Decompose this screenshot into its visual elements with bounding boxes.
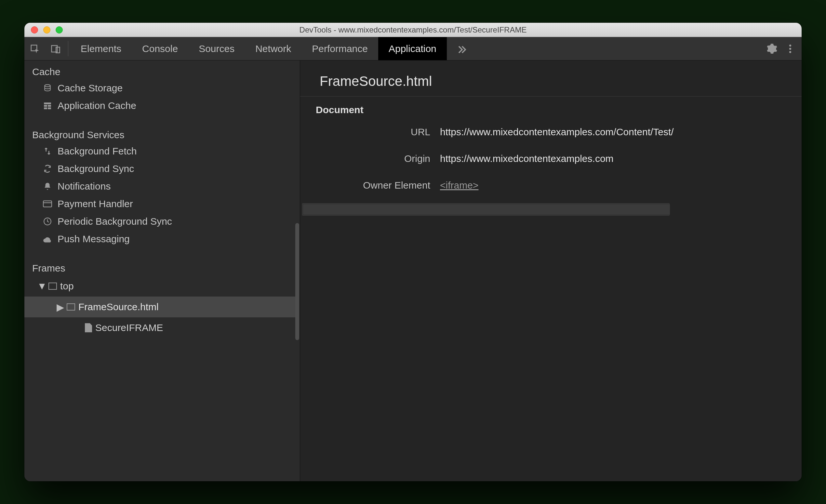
toolbar: Elements Console Sources Network Perform… (24, 37, 802, 60)
detail-key: URL (300, 126, 440, 137)
svg-rect-12 (43, 201, 52, 207)
frame-tree-secureiframe[interactable]: SecureIFRAME (24, 317, 295, 338)
zoom-window-button[interactable] (56, 26, 63, 34)
minimize-window-button[interactable] (43, 26, 50, 34)
close-window-button[interactable] (31, 26, 38, 34)
credit-card-icon (43, 199, 52, 209)
detail-value-url: https://www.mixedcontentexamples.com/Con… (440, 126, 802, 137)
document-icon (85, 323, 92, 332)
tab-network[interactable]: Network (245, 37, 301, 60)
inspect-element-button[interactable] (24, 37, 45, 60)
svg-point-5 (789, 51, 791, 53)
frame-icon (49, 282, 57, 290)
window-title: DevTools - www.mixedcontentexamples.com/… (24, 25, 802, 35)
svg-rect-10 (44, 107, 47, 109)
svg-point-3 (789, 44, 791, 46)
toolbar-divider (68, 41, 68, 56)
svg-rect-9 (48, 105, 51, 107)
tab-performance[interactable]: Performance (301, 37, 378, 60)
tab-elements[interactable]: Elements (70, 37, 132, 60)
disclosure-triangle-right-icon: ▶ (57, 301, 63, 313)
detail-key: Origin (300, 153, 440, 164)
device-toolbar-button[interactable] (45, 37, 66, 60)
sidebar-item-notifications[interactable]: Notifications (24, 178, 295, 195)
svg-rect-11 (48, 107, 51, 109)
scrollbar-thumb[interactable] (303, 204, 670, 214)
detail-panel: FrameSource.html Document URL https://ww… (300, 60, 802, 481)
sidebar-item-label: Application Cache (58, 100, 136, 111)
sidebar-item-label: Push Messaging (58, 234, 130, 245)
detail-value-origin: https://www.mixedcontentexamples.com (440, 153, 802, 164)
frame-tree-top[interactable]: ▼ top (24, 276, 295, 297)
detail-value-owner-link[interactable]: <iframe> (440, 180, 802, 191)
more-options-button[interactable] (785, 44, 795, 54)
detail-key: Owner Element (300, 180, 440, 191)
frame-label: FrameSource.html (78, 301, 159, 312)
svg-rect-7 (44, 103, 51, 104)
frame-tree-framesource[interactable]: ▶ FrameSource.html (24, 297, 295, 317)
frame-label: top (60, 280, 74, 292)
clock-icon (43, 216, 52, 226)
database-icon (43, 83, 52, 93)
sidebar-scrollbar[interactable] (295, 223, 299, 340)
sidebar-item-label: Payment Handler (58, 198, 133, 209)
sidebar-item-payment-handler[interactable]: Payment Handler (24, 195, 295, 213)
svg-point-6 (45, 84, 50, 87)
sync-icon (43, 164, 52, 174)
tab-application[interactable]: Application (378, 37, 447, 60)
settings-button[interactable] (766, 43, 777, 54)
sidebar-category-background-services: Background Services (24, 124, 295, 142)
sidebar-category-frames: Frames (24, 257, 295, 276)
titlebar: DevTools - www.mixedcontentexamples.com/… (24, 23, 802, 37)
fetch-icon (43, 146, 52, 156)
sidebar-category-cache: Cache (24, 60, 295, 79)
sidebar-item-label: Notifications (58, 181, 111, 192)
disclosure-triangle-down-icon: ▼ (39, 280, 45, 292)
sidebar-item-background-sync[interactable]: Background Sync (24, 160, 295, 178)
grid-icon (43, 101, 52, 111)
sidebar-item-periodic-background-sync[interactable]: Periodic Background Sync (24, 213, 295, 230)
panel-tabs: Elements Console Sources Network Perform… (70, 37, 755, 60)
sidebar-item-label: Cache Storage (58, 82, 123, 93)
tab-sources[interactable]: Sources (188, 37, 245, 60)
sidebar-item-label: Background Fetch (58, 146, 136, 157)
bell-icon (43, 181, 52, 191)
sidebar-item-label: Periodic Background Sync (58, 216, 172, 227)
svg-point-4 (789, 48, 791, 49)
application-sidebar: Cache Cache Storage (24, 60, 300, 481)
sidebar-item-cache-storage[interactable]: Cache Storage (24, 79, 295, 97)
traffic-lights (24, 26, 63, 34)
detail-row-url: URL https://www.mixedcontentexamples.com… (300, 119, 802, 145)
tab-console[interactable]: Console (132, 37, 188, 60)
detail-title: FrameSource.html (320, 73, 792, 89)
horizontal-scrollbar[interactable] (302, 203, 669, 215)
sidebar-item-background-fetch[interactable]: Background Fetch (24, 142, 295, 160)
svg-rect-8 (44, 105, 47, 107)
frame-label: SecureIFRAME (95, 322, 163, 333)
sidebar-item-application-cache[interactable]: Application Cache (24, 97, 295, 115)
detail-row-owner-element: Owner Element <iframe> (300, 172, 802, 199)
detail-row-origin: Origin https://www.mixedcontentexamples.… (300, 145, 802, 172)
sidebar-item-push-messaging[interactable]: Push Messaging (24, 230, 295, 248)
frame-icon (67, 303, 75, 311)
cloud-icon (43, 234, 52, 244)
devtools-window: DevTools - www.mixedcontentexamples.com/… (24, 23, 802, 481)
sidebar-item-label: Background Sync (58, 163, 134, 174)
detail-section-document: Document (300, 97, 802, 119)
tab-overflow-button[interactable] (447, 37, 477, 60)
